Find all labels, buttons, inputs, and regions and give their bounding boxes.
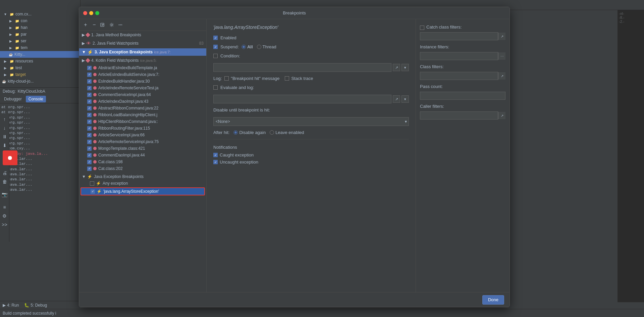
bp-item-array-store[interactable]: ⚡ 'java.lang.ArrayStoreException' (80, 187, 205, 195)
catch-class-checkbox[interactable] (420, 26, 424, 30)
tree-item-tem[interactable]: ▶ 📁 tem (0, 44, 80, 51)
evaluate-log-input[interactable] (213, 95, 391, 103)
toolbar-btn-camera[interactable]: 📷 (1, 191, 8, 198)
tree-item-ser[interactable]: ▶ 📁 ser (0, 38, 80, 44)
bp-checkbox[interactable] (87, 86, 92, 90)
bp-checkbox[interactable] (87, 73, 92, 77)
class-input[interactable] (420, 72, 498, 80)
bp-item-mongo[interactable]: MongoTemplate.class:421 (79, 145, 206, 152)
tree-item-con[interactable]: ▶ 📁 con (0, 17, 80, 24)
instance-input[interactable] (420, 52, 498, 60)
bp-checkbox-any[interactable] (90, 181, 94, 186)
pass-count-input[interactable] (420, 92, 505, 100)
log-stack-trace-checkbox[interactable] (285, 76, 289, 81)
debug-tab-bottom[interactable]: 🐛 5: Debug (21, 303, 50, 308)
bp-item-article-remote[interactable]: ArticleRemoteServiceImpl.java:75 (79, 138, 206, 145)
tab-console[interactable]: Console (26, 96, 46, 102)
toolbar-btn-print[interactable]: 🖨 (1, 169, 8, 177)
toolbar-btn-expand[interactable]: >> (1, 221, 8, 228)
done-button[interactable]: Done (482, 295, 504, 305)
bp-item-httpclient[interactable]: HttpClientRibbonCommand.java:: (79, 118, 206, 125)
uncaught-checkbox[interactable] (213, 160, 218, 164)
caller-expand-button[interactable]: ↗ (498, 112, 505, 119)
condition-checkbox[interactable] (213, 54, 218, 58)
bp-checkbox[interactable] (87, 167, 92, 171)
group-header-java-method[interactable]: ▶ 1. Java Method Breakpoints (79, 32, 206, 38)
bp-checkbox[interactable] (87, 140, 92, 144)
catch-class-input[interactable] (420, 32, 498, 40)
enabled-checkbox[interactable] (213, 36, 218, 40)
catch-class-expand-button[interactable]: ↗ (498, 33, 505, 40)
bp-item-abstract-ribbon[interactable]: AbstractRibbonCommand.java:22 (79, 105, 206, 111)
tree-item-com[interactable]: ▼ 📁 com.cx... (0, 11, 80, 17)
suspend-all-radio[interactable]: All (241, 44, 253, 49)
toolbar-btn-step-into[interactable]: ↓ (1, 124, 8, 132)
suspend-checkbox[interactable] (213, 45, 218, 49)
bp-item-article-service[interactable]: ArticleServiceImpl.java:66 (79, 132, 206, 138)
after-hit-disable-radio[interactable]: Disable again (233, 130, 266, 135)
tree-item-han[interactable]: ▶ 📁 han (0, 24, 80, 31)
log-breakpoint-checkbox[interactable] (224, 76, 229, 81)
bp-item-cat-202[interactable]: Cat.class:202 (79, 165, 206, 172)
bp-checkbox[interactable] (87, 113, 92, 117)
toolbar-btn-pause[interactable]: ⏸ (1, 133, 8, 140)
bp-item-any-exception[interactable]: ⚡ Any exception (79, 180, 206, 187)
bp-item-cat-198[interactable]: Cat.class:198 (79, 158, 206, 165)
bp-scroll-area[interactable]: ▶ 1. Java Method Breakpoints ▶ 👁 2. Java… (79, 31, 206, 292)
tree-item-kitty[interactable]: ☕ Kitty... (0, 51, 80, 58)
bp-checkbox[interactable] (87, 133, 92, 137)
add-breakpoint-button[interactable]: + (82, 21, 89, 29)
bp-item-ribbon-routing[interactable]: RibbonRoutingFilter.java:115 (79, 125, 206, 132)
bp-item-article-remote-test[interactable]: ArticleIndexRemoteServiceTest.ja (79, 85, 206, 91)
tree-item-par[interactable]: ▶ 📁 par (0, 31, 80, 38)
open-file-button[interactable] (99, 21, 107, 29)
toolbar-btn-resume[interactable]: ⬇ (1, 142, 8, 149)
bp-checkbox[interactable] (87, 66, 92, 70)
bp-checkbox-array-store[interactable] (91, 189, 95, 194)
bp-checkbox[interactable] (87, 146, 92, 151)
class-expand-button[interactable]: ↗ (498, 72, 505, 80)
bp-checkbox[interactable] (87, 79, 92, 84)
instance-more-button[interactable]: ⋯ (498, 52, 505, 60)
caught-checkbox[interactable] (213, 153, 218, 157)
toolbar-btn-list[interactable]: ≡ (1, 203, 8, 211)
toolbar-btn-step-over[interactable]: ↑ (1, 116, 8, 123)
tree-item-target[interactable]: ▶ 📁 target (0, 71, 80, 78)
group-header-java-exception[interactable]: ▼ ⚡ 3. Java Exception Breakpoints ice.ja… (79, 48, 206, 56)
exception-group-header[interactable]: ▼ ⚡ Java Exception Breakpoints (79, 173, 206, 180)
bp-item-ribbon-lb[interactable]: RibbonLoadBalancingHttpClient.j (79, 111, 206, 118)
bp-checkbox[interactable] (87, 120, 92, 124)
evaluate-expand-button[interactable]: ↗ (393, 95, 400, 103)
bp-item-article-es[interactable]: ArticleEsIndexBuildService.java:7: (79, 71, 206, 78)
close-button[interactable] (83, 11, 87, 15)
maximize-button[interactable] (95, 11, 99, 15)
tab-debugger[interactable]: Debugger (1, 96, 24, 102)
bp-item-comment-dao[interactable]: CommentDaoImpl.java:44 (79, 152, 206, 158)
group-header-kotlin-field[interactable]: ▶ 4. Kotlin Field Watchpoints ice.java:5… (79, 57, 206, 64)
bp-checkbox[interactable] (87, 93, 92, 97)
condition-expand-button[interactable]: ↗ (393, 64, 400, 71)
suspend-thread-radio[interactable]: Thread (257, 44, 276, 49)
minimize-button[interactable] (89, 11, 93, 15)
run-tab[interactable]: ▶ 4: Run (0, 303, 21, 308)
group-header-java-field[interactable]: ▶ 👁 2. Java Field Watchpoints 83 (79, 40, 206, 47)
bp-checkbox[interactable] (87, 160, 92, 164)
bp-item-es-index[interactable]: EsIndexBuildHandler.java:30 (79, 78, 206, 85)
bp-checkbox[interactable] (87, 99, 92, 104)
condition-input[interactable] (213, 63, 391, 72)
more-button[interactable] (117, 21, 124, 29)
remove-breakpoint-button[interactable]: − (91, 21, 98, 29)
caller-input[interactable] (420, 111, 498, 120)
bp-item-article-dao[interactable]: ArticleIndexDaoImpl.java:43 (79, 98, 206, 105)
toolbar-btn-settings-bottom[interactable]: ⚙ (1, 212, 8, 220)
disable-until-select[interactable]: <None> (213, 117, 409, 126)
bp-item-abstract-es[interactable]: AbstractEsIndexBuildTemplate.ja (79, 64, 206, 71)
toolbar-btn-delete[interactable]: 🗑 (1, 178, 8, 185)
tree-item-resources[interactable]: ▶ 📁 resources (0, 58, 80, 64)
condition-more-button[interactable]: ▾ (401, 64, 409, 71)
evaluate-more-button[interactable]: ▾ (401, 95, 409, 103)
bp-checkbox[interactable] (87, 153, 92, 157)
bp-checkbox[interactable] (87, 126, 92, 131)
bp-item-comment-service[interactable]: CommentServiceImpl.java:64 (79, 91, 206, 98)
after-hit-leave-radio[interactable]: Leave enabled (270, 130, 304, 135)
